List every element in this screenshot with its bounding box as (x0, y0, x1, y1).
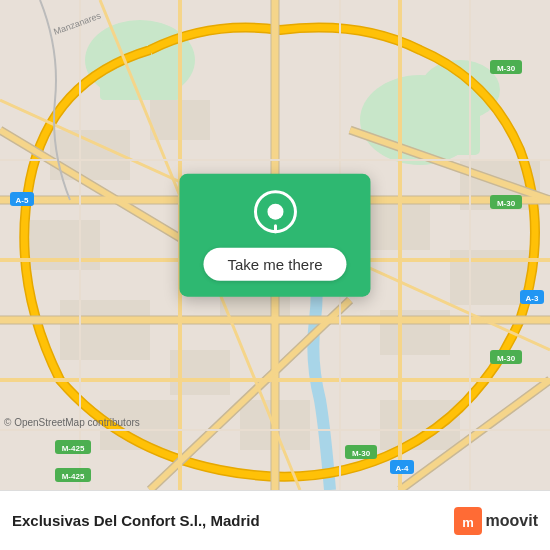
svg-text:A-5: A-5 (16, 196, 29, 205)
location-pin-icon (251, 190, 299, 238)
svg-rect-10 (60, 300, 150, 360)
svg-text:A-3: A-3 (526, 294, 539, 303)
svg-text:m: m (462, 515, 474, 530)
map-container: M-30 M-30 M-30 M-30 A-5 A-4 A-3 M-425 M-… (0, 0, 550, 490)
svg-text:M-30: M-30 (497, 64, 516, 73)
location-card: Take me there (179, 174, 370, 297)
svg-text:A-4: A-4 (396, 464, 409, 473)
moovit-text: moovit (486, 512, 538, 530)
map-attribution: © OpenStreetMap contributors (4, 417, 140, 428)
moovit-icon: m (454, 507, 482, 535)
svg-point-64 (267, 204, 283, 220)
take-me-there-button[interactable]: Take me there (203, 248, 346, 281)
place-name: Exclusivas Del Confort S.l., Madrid (12, 512, 454, 529)
svg-text:M-30: M-30 (352, 449, 371, 458)
svg-text:M-30: M-30 (497, 199, 516, 208)
moovit-logo: m moovit (454, 507, 538, 535)
svg-text:M-30: M-30 (497, 354, 516, 363)
bottom-bar: Exclusivas Del Confort S.l., Madrid m mo… (0, 490, 550, 550)
svg-text:M-425: M-425 (62, 444, 85, 453)
svg-text:M-425: M-425 (62, 472, 85, 481)
svg-rect-18 (30, 220, 100, 270)
